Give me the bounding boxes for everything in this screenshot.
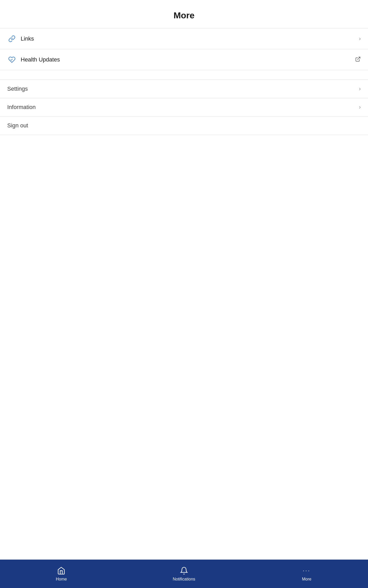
- featured-menu-section: Links › Health Updates: [0, 28, 368, 70]
- notifications-nav-label: Notifications: [173, 577, 195, 582]
- link-icon: [7, 34, 17, 43]
- page-title: More: [0, 0, 368, 28]
- links-chevron-icon: ›: [359, 35, 361, 42]
- settings-label: Settings: [7, 86, 359, 92]
- bell-icon: [179, 566, 189, 575]
- information-label: Information: [7, 104, 359, 111]
- health-updates-label: Health Updates: [21, 56, 355, 63]
- sign-out-menu-item[interactable]: Sign out: [0, 117, 368, 135]
- nav-more[interactable]: ··· More: [245, 560, 368, 588]
- home-nav-label: Home: [56, 577, 67, 582]
- settings-menu-item[interactable]: Settings ›: [0, 80, 368, 98]
- information-menu-item[interactable]: Information ›: [0, 98, 368, 117]
- links-menu-item[interactable]: Links ›: [0, 28, 368, 49]
- sign-out-label: Sign out: [7, 122, 28, 129]
- svg-line-0: [357, 57, 360, 59]
- information-chevron-icon: ›: [359, 104, 361, 111]
- nav-notifications[interactable]: Notifications: [123, 560, 246, 588]
- nav-home[interactable]: Home: [0, 560, 123, 588]
- dots-icon: ···: [302, 566, 311, 575]
- bottom-navigation: Home Notifications ··· More: [0, 560, 368, 588]
- general-menu-section: Settings › Information › Sign out: [0, 80, 368, 135]
- health-updates-menu-item[interactable]: Health Updates: [0, 49, 368, 70]
- settings-chevron-icon: ›: [359, 86, 361, 92]
- section-gap: [0, 70, 368, 80]
- home-icon: [57, 566, 66, 575]
- more-nav-label: More: [302, 577, 311, 582]
- heart-icon: [7, 55, 17, 64]
- external-link-icon: [355, 56, 361, 63]
- links-label: Links: [21, 35, 359, 42]
